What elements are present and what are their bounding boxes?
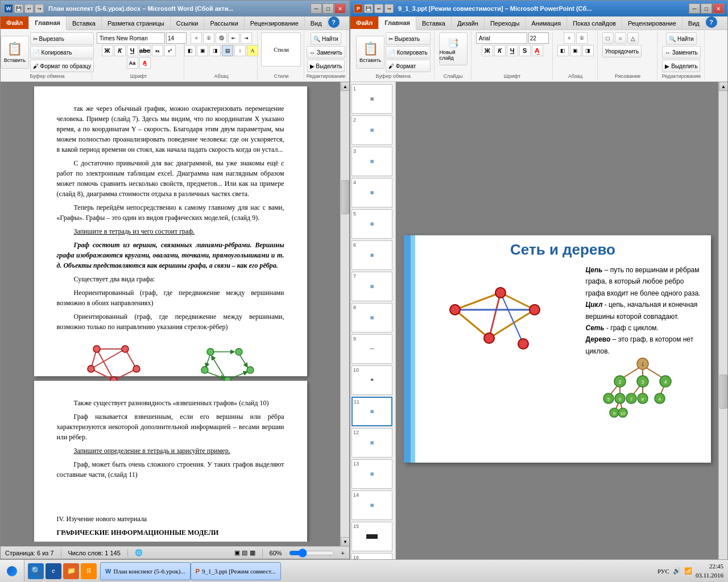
ppt-slide-thumb-5[interactable]: 5▦ bbox=[351, 209, 392, 239]
taskbar-yandex-button[interactable]: Я bbox=[81, 563, 97, 579]
ppt-scroll-thumb[interactable] bbox=[719, 375, 727, 409]
word-copy-button[interactable]: 📄 Копировать bbox=[30, 46, 94, 59]
ppt-slide-thumb-2[interactable]: 2▦ bbox=[351, 115, 392, 145]
word-tab-mail[interactable]: Рассылки bbox=[204, 16, 244, 30]
ppt-slide-thumb-10[interactable]: 10👁 bbox=[351, 365, 392, 395]
word-minimize-button[interactable]: ─ bbox=[311, 3, 322, 14]
ppt-quick-redo[interactable]: ↪ bbox=[384, 4, 394, 13]
word-quick-undo[interactable]: ↩ bbox=[24, 4, 34, 13]
ppt-align-left-button[interactable]: ◧ bbox=[557, 45, 569, 56]
ppt-align-center-button[interactable]: ▣ bbox=[570, 45, 581, 56]
ppt-shape-1[interactable]: □ bbox=[602, 32, 614, 44]
ppt-tab-view[interactable]: Вид bbox=[682, 16, 706, 30]
ppt-slide-thumb-3[interactable]: 3▦ bbox=[351, 147, 392, 176]
ppt-slide-thumb-8[interactable]: 8▦ bbox=[351, 303, 392, 332]
ppt-minimize-button[interactable]: ─ bbox=[689, 3, 700, 14]
word-underline-button[interactable]: Ч bbox=[127, 45, 138, 56]
word-format-painter[interactable]: 🖌 Формат по образцу bbox=[30, 60, 94, 72]
word-clear-format-button[interactable]: Aa bbox=[127, 57, 138, 69]
taskbar-network-icon[interactable]: 📶 bbox=[684, 567, 692, 575]
word-maximize-button[interactable]: □ bbox=[322, 3, 334, 14]
ppt-tab-insert[interactable]: Вставка bbox=[416, 16, 452, 30]
ppt-bold-button[interactable]: Ж bbox=[482, 45, 493, 56]
ppt-quick-undo[interactable]: ↩ bbox=[374, 4, 383, 13]
ppt-underline-button[interactable]: Ч bbox=[507, 45, 518, 56]
ppt-font-size-input[interactable] bbox=[528, 32, 549, 44]
ppt-num-list-button[interactable]: ① bbox=[576, 32, 588, 44]
word-zoom-slider[interactable] bbox=[289, 548, 334, 558]
word-zoom-plus[interactable]: + bbox=[341, 550, 345, 556]
ppt-tab-animation[interactable]: Анимация bbox=[526, 16, 568, 30]
word-scroll-track[interactable] bbox=[341, 91, 349, 537]
ppt-maximize-button[interactable]: □ bbox=[701, 3, 712, 14]
taskbar-ie-button[interactable]: e bbox=[46, 563, 61, 579]
ppt-cut-button[interactable]: ✂ Вырезать bbox=[386, 32, 431, 45]
word-close-button[interactable]: ✕ bbox=[334, 3, 346, 14]
word-quick-save[interactable]: 💾 bbox=[14, 4, 23, 13]
word-tab-file[interactable]: Файл bbox=[1, 16, 29, 30]
word-tab-view[interactable]: Вид bbox=[305, 16, 328, 30]
word-scroll-up-button[interactable]: ▲ bbox=[341, 82, 349, 91]
word-tab-refs[interactable]: Ссылки bbox=[171, 16, 205, 30]
word-align-right-button[interactable]: ◨ bbox=[209, 45, 221, 56]
taskbar-volume-icon[interactable]: 🔊 bbox=[673, 567, 681, 575]
ppt-slide-thumb-1[interactable]: 1▦ bbox=[351, 84, 392, 114]
word-subscript-button[interactable]: x₂ bbox=[152, 45, 163, 56]
word-tab-insert[interactable]: Вставка bbox=[67, 16, 102, 30]
ppt-close-button[interactable]: ✕ bbox=[713, 3, 724, 14]
ppt-tab-design[interactable]: Дизайн bbox=[452, 16, 485, 30]
word-cut-button[interactable]: ✂ Вырезать bbox=[30, 32, 94, 45]
taskbar-word-button[interactable]: W План конспект (5-6.урок)... bbox=[100, 562, 191, 580]
ppt-replace-button[interactable]: ↔ Заменить bbox=[662, 46, 701, 59]
taskbar-search-button[interactable]: 🔍 bbox=[28, 563, 44, 579]
ppt-align-right-button[interactable]: ◨ bbox=[582, 45, 594, 56]
word-tab-review[interactable]: Рецензирование bbox=[245, 16, 305, 30]
word-list-number-button[interactable]: ① bbox=[203, 32, 214, 44]
ppt-format-painter[interactable]: 🖌 Формат bbox=[386, 60, 431, 72]
word-quick-redo[interactable]: ↪ bbox=[35, 4, 44, 13]
word-superscript-button[interactable]: x² bbox=[164, 45, 176, 56]
word-align-left-button[interactable]: ◧ bbox=[184, 45, 196, 56]
ppt-help-button[interactable]: ? bbox=[706, 16, 717, 28]
word-indent-increase-button[interactable]: ⇥ bbox=[241, 32, 252, 44]
windows-logo-icon[interactable] bbox=[7, 566, 17, 576]
ppt-quick-save[interactable]: 💾 bbox=[364, 4, 373, 13]
ppt-slide-thumb-11[interactable]: 11▦ bbox=[351, 397, 392, 426]
ppt-slide-thumb-6[interactable]: 6▦ bbox=[351, 240, 392, 270]
ppt-paste-button[interactable]: 📋 Вставить bbox=[356, 36, 384, 69]
ppt-slide-thumb-12[interactable]: 12▦ bbox=[351, 428, 392, 458]
ppt-arrange-button[interactable]: Упорядочить bbox=[602, 45, 642, 57]
ppt-slide-thumb-7[interactable]: 7▦ bbox=[351, 272, 392, 301]
word-replace-button[interactable]: ↔ Заменить bbox=[307, 46, 345, 59]
ppt-italic-button[interactable]: К bbox=[494, 45, 506, 56]
word-align-center-button[interactable]: ▣ bbox=[197, 45, 208, 56]
ppt-font-color-button[interactable]: А̲ bbox=[532, 45, 543, 56]
word-italic-button[interactable]: К bbox=[114, 45, 126, 56]
ppt-slide-thumb-13[interactable]: 13▦ bbox=[351, 459, 392, 489]
word-indent-decrease-button[interactable]: ⇤ bbox=[228, 32, 239, 44]
ppt-shape-2[interactable]: ○ bbox=[615, 32, 626, 44]
ppt-slide-thumb-4[interactable]: 4▦ bbox=[351, 178, 392, 207]
ppt-shadow-button[interactable]: S bbox=[519, 45, 531, 56]
word-styles-gallery[interactable]: Стили bbox=[261, 32, 301, 66]
ppt-scroll-track[interactable] bbox=[719, 91, 727, 582]
ppt-tab-home[interactable]: Главная bbox=[379, 16, 416, 30]
word-strikethrough-button[interactable]: abc bbox=[139, 45, 151, 56]
ppt-font-name-input[interactable] bbox=[476, 32, 527, 44]
taskbar-ppt-button[interactable]: P 9_1_3.ppt [Режим совмест... bbox=[191, 562, 281, 580]
ppt-slide-thumb-9[interactable]: 9━━ bbox=[351, 334, 392, 364]
word-font-size-input[interactable] bbox=[166, 32, 187, 44]
word-align-justify-button[interactable]: ▤ bbox=[222, 45, 233, 56]
ppt-shape-3[interactable]: △ bbox=[627, 32, 639, 44]
word-tab-home[interactable]: Главная bbox=[29, 16, 67, 30]
word-find-button[interactable]: 🔍 Найти bbox=[311, 32, 341, 45]
ppt-list-button[interactable]: ≡ bbox=[564, 32, 575, 44]
word-line-spacing-button[interactable]: ↕ bbox=[234, 45, 246, 56]
word-bold-button[interactable]: Ж bbox=[102, 45, 113, 56]
ppt-copy-button[interactable]: 📄 Копировать bbox=[386, 46, 431, 59]
word-shading-button[interactable]: A bbox=[247, 45, 258, 56]
ppt-slide-thumb-15[interactable]: 15▮ bbox=[351, 522, 392, 551]
ppt-tab-file[interactable]: Файл bbox=[350, 16, 379, 30]
word-list-bullet-button[interactable]: ≡ bbox=[191, 32, 202, 44]
word-paste-button[interactable]: 📋 Вставить bbox=[1, 36, 29, 69]
